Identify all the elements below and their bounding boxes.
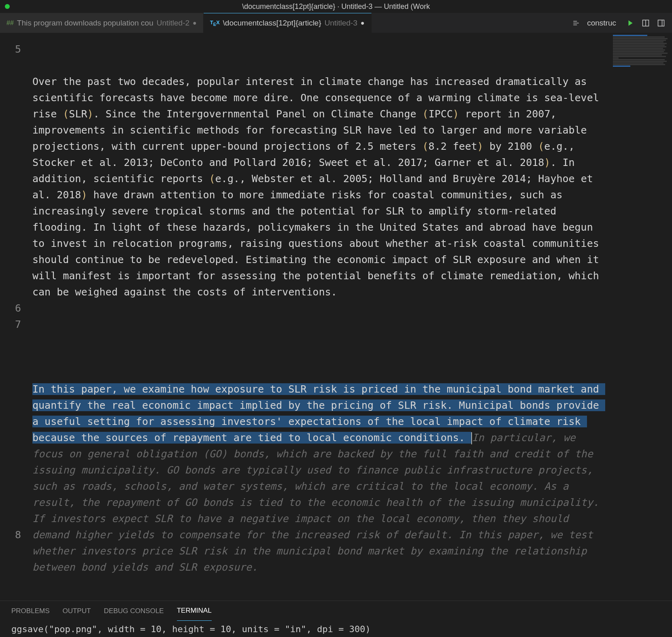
terminal-output[interactable]: ggsave("pop.png", width = 10, height = 1… — [0, 621, 672, 637]
tex-icon: TEX — [210, 19, 220, 27]
hash-icon: ## — [6, 19, 14, 27]
code-content[interactable]: Over the past two decades, popular inter… — [32, 33, 611, 601]
tab-label: This program downloads population cou — [17, 19, 153, 28]
layout-icon[interactable] — [657, 19, 666, 28]
minimap[interactable] — [611, 33, 672, 601]
maximize-button[interactable] — [5, 4, 10, 9]
editor[interactable]: 5 6 7 8 Over the past two decades, popul… — [0, 33, 672, 601]
tab-untitled-2[interactable]: ## This program downloads population cou… — [0, 13, 204, 33]
paragraph-1: Over the past two decades, popular inter… — [32, 74, 607, 300]
modified-indicator-icon: ● — [193, 19, 197, 27]
split-editor-icon[interactable] — [641, 19, 650, 28]
run-icon[interactable] — [626, 19, 635, 28]
tab-untitled-3[interactable]: TEX \documentclass[12pt]{article} Untitl… — [204, 13, 372, 33]
line-number: 6 — [0, 300, 21, 316]
breadcrumb-icon — [572, 19, 581, 28]
tab-bar: ## This program downloads population cou… — [0, 13, 672, 33]
line-number: 7 — [0, 316, 21, 333]
tab-actions: construc — [565, 13, 672, 33]
line-number: 5 — [0, 41, 21, 57]
tab-suffix: Untitled-2 — [157, 19, 189, 28]
svg-rect-5 — [658, 20, 664, 26]
title-bar: \documentclass[12pt]{article} · Untitled… — [0, 0, 672, 13]
tab-label: \documentclass[12pt]{article} — [223, 19, 321, 28]
line-number: 8 — [0, 527, 21, 543]
modified-indicator-icon: ● — [361, 19, 365, 27]
tab-suffix: Untitled-3 — [325, 19, 357, 28]
breadcrumb-label: construc — [587, 19, 616, 28]
line-number-gutter: 5 6 7 8 — [0, 33, 32, 601]
paragraph-2: In this paper, we examine how exposure t… — [32, 381, 607, 575]
inline-suggestion: In particular, we focus on general oblig… — [32, 432, 605, 573]
traffic-lights — [5, 4, 10, 9]
terminal-line: ggsave("pop.png", width = 10, height = 1… — [11, 624, 370, 634]
window-title: \documentclass[12pt]{article} · Untitled… — [242, 2, 430, 11]
